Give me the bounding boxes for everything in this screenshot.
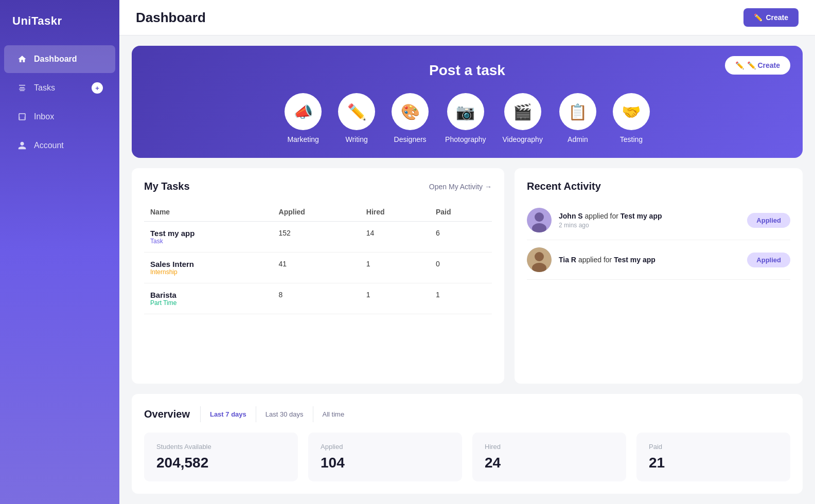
task-paid-cell: 0 (430, 253, 492, 283)
col-header-paid: Paid (430, 203, 492, 222)
writing-icon-circle: ✏️ (338, 93, 375, 130)
main-content: Dashboard ✏️ Create ✏️ ✏️ Create Post a … (119, 0, 815, 504)
task-hired-cell: 14 (360, 222, 430, 253)
category-videography[interactable]: 🎬 Videography (503, 93, 543, 143)
sidebar-item-tasks[interactable]: Tasks + (4, 74, 115, 102)
avatar-john (527, 208, 552, 232)
tab-last-7-days[interactable]: Last 7 days (200, 406, 256, 422)
overview-card-hired: Hired 24 (472, 433, 626, 481)
table-row: Barista Part Time 8 1 1 (144, 283, 492, 314)
recent-activity-section: Recent Activity John S applied for Test (515, 168, 803, 384)
home-icon (16, 53, 28, 65)
admin-icon-circle: 📋 (559, 93, 596, 130)
table-row: Sales Intern Internship 41 1 0 (144, 253, 492, 283)
svg-point-1 (535, 212, 544, 222)
post-task-title: Post a task (148, 62, 786, 79)
category-label-photography: Photography (445, 135, 486, 143)
category-label-designers: Designers (394, 135, 427, 143)
task-name-cell: Sales Intern Internship (144, 253, 273, 283)
header: Dashboard ✏️ Create (119, 0, 815, 35)
overview-cards: Students Available 204,582 Applied 104 H… (144, 433, 790, 481)
marketing-icon-circle: 📣 (285, 93, 322, 130)
task-name-cell: Test my app Task (144, 222, 273, 253)
task-applied-cell: 8 (273, 283, 360, 314)
overview-card-paid: Paid 21 (636, 433, 790, 481)
hired-value: 24 (485, 455, 614, 471)
my-tasks-title: My Tasks (144, 181, 190, 192)
sidebar-nav: Dashboard Tasks + Inbox Account (0, 44, 119, 160)
tasks-table: Name Applied Hired Paid Test my app Task… (144, 203, 492, 314)
activity-name-john: John S applied for Test my app (559, 212, 740, 220)
task-hired-cell: 1 (360, 283, 430, 314)
category-label-admin: Admin (568, 135, 588, 143)
sidebar-item-label-account: Account (34, 141, 64, 150)
content-row: My Tasks Open My Activity → Name Applied… (132, 168, 803, 384)
sidebar-item-inbox[interactable]: Inbox (4, 103, 115, 131)
create-task-button[interactable]: ✏️ ✏️ Create (725, 56, 790, 75)
sidebar-item-label-tasks: Tasks (34, 83, 55, 93)
create-header-button[interactable]: ✏️ Create (743, 8, 799, 27)
videography-icon-circle: 🎬 (504, 93, 541, 130)
category-label-videography: Videography (503, 135, 543, 143)
table-row: Test my app Task 152 14 6 (144, 222, 492, 253)
category-marketing[interactable]: 📣 Marketing (285, 93, 322, 143)
activity-name-tia: Tia R applied for Test my app (559, 256, 740, 264)
category-testing[interactable]: 🤝 Testing (613, 93, 650, 143)
inbox-icon (16, 111, 28, 122)
tab-last-30-days[interactable]: Last 30 days (256, 406, 313, 422)
pencil-icon: ✏️ (754, 13, 763, 22)
activity-badge-tia[interactable]: Applied (747, 253, 790, 267)
category-designers[interactable]: 🎨 Designers (392, 93, 429, 143)
overview-card-applied: Applied 104 (308, 433, 462, 481)
my-tasks-header: My Tasks Open My Activity → (144, 181, 492, 192)
category-admin[interactable]: 📋 Admin (559, 93, 596, 143)
activity-text-john: John S applied for Test my app 2 mins ag… (559, 212, 740, 229)
category-writing[interactable]: ✏️ Writing (338, 93, 375, 143)
paid-label: Paid (649, 443, 778, 451)
col-header-name: Name (144, 203, 273, 222)
students-label: Students Available (156, 443, 286, 451)
students-value: 204,582 (156, 455, 286, 471)
overview-section: Overview Last 7 days Last 30 days All ti… (132, 394, 803, 494)
hired-label: Hired (485, 443, 614, 451)
activity-item: John S applied for Test my app 2 mins ag… (527, 201, 790, 240)
activity-badge-john[interactable]: Applied (747, 213, 790, 228)
paid-value: 21 (649, 455, 778, 471)
col-header-applied: Applied (273, 203, 360, 222)
col-header-hired: Hired (360, 203, 430, 222)
category-label-testing: Testing (620, 135, 643, 143)
applied-value: 104 (321, 455, 450, 471)
header-right: ✏️ Create (743, 8, 799, 27)
applied-label: Applied (321, 443, 450, 451)
category-photography[interactable]: 📷 Photography (445, 93, 486, 143)
photography-icon-circle: 📷 (447, 93, 484, 130)
task-paid-cell: 6 (430, 222, 492, 253)
my-tasks-section: My Tasks Open My Activity → Name Applied… (132, 168, 504, 384)
category-label-writing: Writing (345, 135, 367, 143)
avatar-tia (527, 247, 552, 272)
testing-icon-circle: 🤝 (613, 93, 650, 130)
categories-list: 📣 Marketing ✏️ Writing 🎨 Designers 📷 Pho… (148, 93, 786, 143)
account-icon (16, 140, 28, 151)
recent-activity-title: Recent Activity (527, 181, 790, 192)
post-task-banner: ✏️ ✏️ Create Post a task 📣 Marketing ✏️ … (132, 46, 803, 158)
sidebar-item-dashboard[interactable]: Dashboard (4, 45, 115, 73)
activity-text-tia: Tia R applied for Test my app (559, 256, 740, 264)
sidebar-item-label-dashboard: Dashboard (34, 55, 77, 64)
category-label-marketing: Marketing (287, 135, 318, 143)
tasks-icon (16, 82, 28, 94)
open-activity-link[interactable]: Open My Activity → (429, 183, 492, 191)
app-logo: UniTaskr (0, 0, 119, 44)
overview-title: Overview (144, 408, 190, 420)
designers-icon-circle: 🎨 (392, 93, 429, 130)
pencil-small-icon: ✏️ (735, 61, 744, 69)
sidebar-item-label-inbox: Inbox (34, 112, 54, 121)
sidebar-item-account[interactable]: Account (4, 132, 115, 159)
overview-header: Overview Last 7 days Last 30 days All ti… (144, 406, 790, 422)
task-name-cell: Barista Part Time (144, 283, 273, 314)
tab-all-time[interactable]: All time (313, 406, 354, 422)
activity-item: Tia R applied for Test my app Applied (527, 240, 790, 280)
overview-card-students: Students Available 204,582 (144, 433, 298, 481)
page-title: Dashboard (136, 10, 206, 26)
tasks-add-badge[interactable]: + (92, 82, 103, 94)
